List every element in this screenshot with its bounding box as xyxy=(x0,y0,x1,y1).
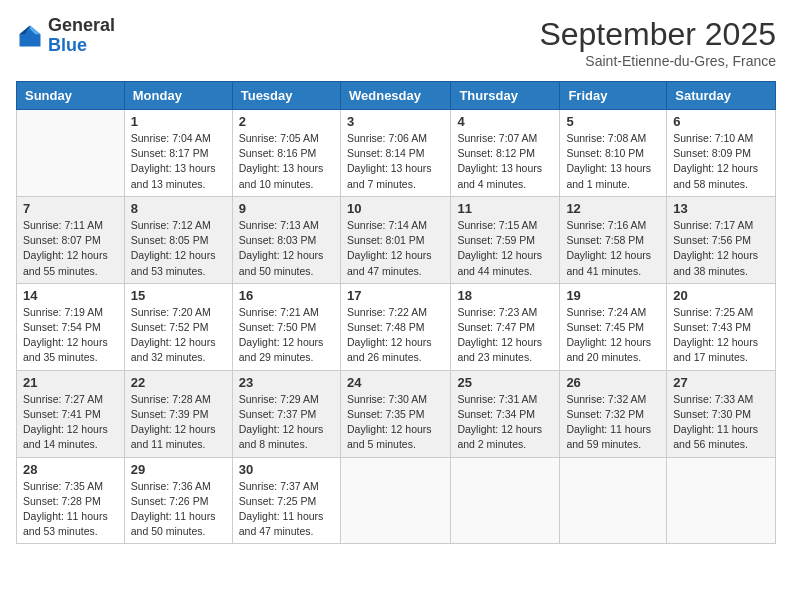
day-number: 24 xyxy=(347,375,444,390)
calendar-day-cell: 22Sunrise: 7:28 AM Sunset: 7:39 PM Dayli… xyxy=(124,370,232,457)
calendar-day-cell: 19Sunrise: 7:24 AM Sunset: 7:45 PM Dayli… xyxy=(560,283,667,370)
calendar-day-cell: 30Sunrise: 7:37 AM Sunset: 7:25 PM Dayli… xyxy=(232,457,340,544)
day-info: Sunrise: 7:25 AM Sunset: 7:43 PM Dayligh… xyxy=(673,305,769,366)
calendar-day-cell xyxy=(340,457,450,544)
title-block: September 2025 Saint-Etienne-du-Gres, Fr… xyxy=(539,16,776,69)
day-number: 15 xyxy=(131,288,226,303)
day-info: Sunrise: 7:35 AM Sunset: 7:28 PM Dayligh… xyxy=(23,479,118,540)
logo-general: General xyxy=(48,15,115,35)
day-info: Sunrise: 7:30 AM Sunset: 7:35 PM Dayligh… xyxy=(347,392,444,453)
day-info: Sunrise: 7:37 AM Sunset: 7:25 PM Dayligh… xyxy=(239,479,334,540)
calendar-day-cell xyxy=(667,457,776,544)
day-number: 6 xyxy=(673,114,769,129)
day-number: 7 xyxy=(23,201,118,216)
weekday-header-row: SundayMondayTuesdayWednesdayThursdayFrid… xyxy=(17,82,776,110)
calendar-week-row: 7Sunrise: 7:11 AM Sunset: 8:07 PM Daylig… xyxy=(17,196,776,283)
logo-text: General Blue xyxy=(48,16,115,56)
day-info: Sunrise: 7:07 AM Sunset: 8:12 PM Dayligh… xyxy=(457,131,553,192)
calendar-day-cell: 25Sunrise: 7:31 AM Sunset: 7:34 PM Dayli… xyxy=(451,370,560,457)
calendar-day-cell: 18Sunrise: 7:23 AM Sunset: 7:47 PM Dayli… xyxy=(451,283,560,370)
day-info: Sunrise: 7:10 AM Sunset: 8:09 PM Dayligh… xyxy=(673,131,769,192)
calendar-day-cell: 2Sunrise: 7:05 AM Sunset: 8:16 PM Daylig… xyxy=(232,110,340,197)
day-number: 20 xyxy=(673,288,769,303)
calendar-day-cell: 7Sunrise: 7:11 AM Sunset: 8:07 PM Daylig… xyxy=(17,196,125,283)
calendar-day-cell: 20Sunrise: 7:25 AM Sunset: 7:43 PM Dayli… xyxy=(667,283,776,370)
calendar-day-cell: 16Sunrise: 7:21 AM Sunset: 7:50 PM Dayli… xyxy=(232,283,340,370)
calendar-table: SundayMondayTuesdayWednesdayThursdayFrid… xyxy=(16,81,776,544)
page-header: General Blue September 2025 Saint-Etienn… xyxy=(16,16,776,69)
calendar-day-cell: 14Sunrise: 7:19 AM Sunset: 7:54 PM Dayli… xyxy=(17,283,125,370)
day-info: Sunrise: 7:12 AM Sunset: 8:05 PM Dayligh… xyxy=(131,218,226,279)
month-title: September 2025 xyxy=(539,16,776,53)
day-info: Sunrise: 7:05 AM Sunset: 8:16 PM Dayligh… xyxy=(239,131,334,192)
day-number: 19 xyxy=(566,288,660,303)
day-number: 9 xyxy=(239,201,334,216)
day-number: 27 xyxy=(673,375,769,390)
calendar-day-cell: 23Sunrise: 7:29 AM Sunset: 7:37 PM Dayli… xyxy=(232,370,340,457)
calendar-day-cell: 4Sunrise: 7:07 AM Sunset: 8:12 PM Daylig… xyxy=(451,110,560,197)
day-info: Sunrise: 7:29 AM Sunset: 7:37 PM Dayligh… xyxy=(239,392,334,453)
day-info: Sunrise: 7:23 AM Sunset: 7:47 PM Dayligh… xyxy=(457,305,553,366)
calendar-day-cell: 13Sunrise: 7:17 AM Sunset: 7:56 PM Dayli… xyxy=(667,196,776,283)
calendar-day-cell: 28Sunrise: 7:35 AM Sunset: 7:28 PM Dayli… xyxy=(17,457,125,544)
calendar-day-cell: 24Sunrise: 7:30 AM Sunset: 7:35 PM Dayli… xyxy=(340,370,450,457)
day-number: 25 xyxy=(457,375,553,390)
day-number: 17 xyxy=(347,288,444,303)
calendar-day-cell xyxy=(17,110,125,197)
day-info: Sunrise: 7:28 AM Sunset: 7:39 PM Dayligh… xyxy=(131,392,226,453)
weekday-header: Tuesday xyxy=(232,82,340,110)
calendar-day-cell: 12Sunrise: 7:16 AM Sunset: 7:58 PM Dayli… xyxy=(560,196,667,283)
day-number: 12 xyxy=(566,201,660,216)
weekday-header: Thursday xyxy=(451,82,560,110)
day-number: 8 xyxy=(131,201,226,216)
day-info: Sunrise: 7:20 AM Sunset: 7:52 PM Dayligh… xyxy=(131,305,226,366)
day-number: 21 xyxy=(23,375,118,390)
day-number: 29 xyxy=(131,462,226,477)
day-info: Sunrise: 7:13 AM Sunset: 8:03 PM Dayligh… xyxy=(239,218,334,279)
day-number: 3 xyxy=(347,114,444,129)
weekday-header: Monday xyxy=(124,82,232,110)
day-info: Sunrise: 7:08 AM Sunset: 8:10 PM Dayligh… xyxy=(566,131,660,192)
weekday-header: Friday xyxy=(560,82,667,110)
logo-icon xyxy=(16,22,44,50)
day-number: 30 xyxy=(239,462,334,477)
day-number: 5 xyxy=(566,114,660,129)
calendar-day-cell: 21Sunrise: 7:27 AM Sunset: 7:41 PM Dayli… xyxy=(17,370,125,457)
day-number: 23 xyxy=(239,375,334,390)
day-number: 26 xyxy=(566,375,660,390)
calendar-day-cell xyxy=(560,457,667,544)
day-info: Sunrise: 7:27 AM Sunset: 7:41 PM Dayligh… xyxy=(23,392,118,453)
day-number: 10 xyxy=(347,201,444,216)
day-number: 28 xyxy=(23,462,118,477)
day-info: Sunrise: 7:22 AM Sunset: 7:48 PM Dayligh… xyxy=(347,305,444,366)
calendar-day-cell: 17Sunrise: 7:22 AM Sunset: 7:48 PM Dayli… xyxy=(340,283,450,370)
day-number: 11 xyxy=(457,201,553,216)
calendar-week-row: 28Sunrise: 7:35 AM Sunset: 7:28 PM Dayli… xyxy=(17,457,776,544)
day-info: Sunrise: 7:15 AM Sunset: 7:59 PM Dayligh… xyxy=(457,218,553,279)
day-number: 18 xyxy=(457,288,553,303)
day-number: 2 xyxy=(239,114,334,129)
day-info: Sunrise: 7:17 AM Sunset: 7:56 PM Dayligh… xyxy=(673,218,769,279)
calendar-day-cell: 26Sunrise: 7:32 AM Sunset: 7:32 PM Dayli… xyxy=(560,370,667,457)
calendar-day-cell: 3Sunrise: 7:06 AM Sunset: 8:14 PM Daylig… xyxy=(340,110,450,197)
day-info: Sunrise: 7:21 AM Sunset: 7:50 PM Dayligh… xyxy=(239,305,334,366)
day-info: Sunrise: 7:19 AM Sunset: 7:54 PM Dayligh… xyxy=(23,305,118,366)
calendar-week-row: 21Sunrise: 7:27 AM Sunset: 7:41 PM Dayli… xyxy=(17,370,776,457)
calendar-day-cell: 15Sunrise: 7:20 AM Sunset: 7:52 PM Dayli… xyxy=(124,283,232,370)
calendar-day-cell: 8Sunrise: 7:12 AM Sunset: 8:05 PM Daylig… xyxy=(124,196,232,283)
day-number: 14 xyxy=(23,288,118,303)
calendar-week-row: 14Sunrise: 7:19 AM Sunset: 7:54 PM Dayli… xyxy=(17,283,776,370)
day-info: Sunrise: 7:33 AM Sunset: 7:30 PM Dayligh… xyxy=(673,392,769,453)
day-info: Sunrise: 7:31 AM Sunset: 7:34 PM Dayligh… xyxy=(457,392,553,453)
logo-blue: Blue xyxy=(48,35,87,55)
day-info: Sunrise: 7:36 AM Sunset: 7:26 PM Dayligh… xyxy=(131,479,226,540)
day-number: 1 xyxy=(131,114,226,129)
weekday-header: Saturday xyxy=(667,82,776,110)
calendar-day-cell: 9Sunrise: 7:13 AM Sunset: 8:03 PM Daylig… xyxy=(232,196,340,283)
day-info: Sunrise: 7:11 AM Sunset: 8:07 PM Dayligh… xyxy=(23,218,118,279)
calendar-day-cell: 5Sunrise: 7:08 AM Sunset: 8:10 PM Daylig… xyxy=(560,110,667,197)
calendar-day-cell: 29Sunrise: 7:36 AM Sunset: 7:26 PM Dayli… xyxy=(124,457,232,544)
day-info: Sunrise: 7:16 AM Sunset: 7:58 PM Dayligh… xyxy=(566,218,660,279)
day-number: 22 xyxy=(131,375,226,390)
weekday-header: Sunday xyxy=(17,82,125,110)
